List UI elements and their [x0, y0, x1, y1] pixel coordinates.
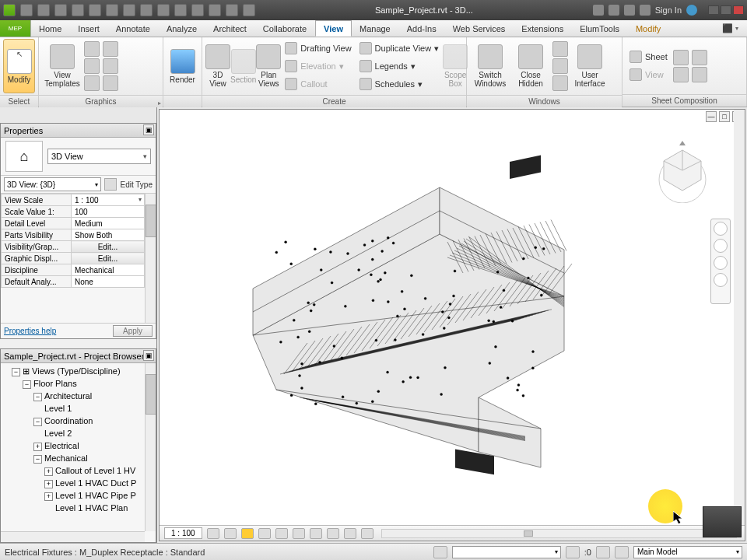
tree-elec[interactable]: +Electrical — [33, 439, 156, 452]
print-icon[interactable] — [106, 4, 118, 16]
user-interface-button[interactable]: User Interface — [570, 39, 610, 93]
3dview-button[interactable]: 3D View — [205, 39, 230, 93]
close-hidden-icon[interactable] — [226, 4, 238, 16]
tree-mech-item[interactable]: Level 1 HVAC Plan — [44, 502, 156, 514]
thin-lines-icon[interactable] — [84, 75, 100, 91]
tab-architect[interactable]: Architect — [205, 20, 255, 37]
prop-value[interactable]: Edit... — [72, 241, 145, 253]
tab-webservices[interactable]: Web Services — [445, 20, 514, 37]
section-button[interactable]: Section — [230, 39, 256, 93]
active-workset-dropdown-2[interactable]: Main Model — [633, 546, 742, 558]
measure-icon[interactable] — [123, 4, 135, 16]
building-model[interactable] — [206, 141, 611, 483]
pan-icon[interactable] — [714, 239, 728, 253]
switch-windows-button[interactable]: Switch Windows — [470, 39, 510, 93]
render-button[interactable]: Render — [167, 39, 198, 93]
dimension-icon[interactable] — [140, 4, 153, 16]
remove-hidden-icon[interactable] — [103, 58, 118, 74]
properties-help-link[interactable]: Properties help — [4, 327, 56, 335]
properties-scrollbar[interactable] — [145, 194, 156, 323]
help-icon[interactable] — [686, 5, 697, 16]
title-block-icon[interactable] — [673, 50, 689, 65]
steering-wheel-icon[interactable] — [714, 222, 728, 236]
view-templates-button[interactable]: View Templates — [42, 39, 82, 93]
view-on-sheet-button[interactable]: View — [626, 66, 671, 83]
revisions-icon[interactable] — [673, 67, 689, 82]
matchline-icon[interactable] — [692, 67, 707, 82]
search-icon[interactable] — [593, 5, 604, 16]
view-scale-button[interactable]: 1 : 100 — [164, 527, 202, 539]
tree-mech-item[interactable]: +Level 1 HVAC Pipe P — [44, 489, 156, 502]
properties-filter-dropdown[interactable]: 3D View: {3D} — [4, 177, 101, 191]
replicate-icon[interactable] — [552, 41, 568, 57]
section-icon[interactable] — [191, 4, 204, 16]
default3d-icon[interactable] — [174, 4, 187, 16]
tab-extensions[interactable]: Extensions — [514, 20, 572, 37]
rendering-icon[interactable] — [275, 528, 288, 539]
app-button[interactable]: MEP — [0, 20, 31, 37]
tree-arch-level1[interactable]: Level 1 — [44, 402, 156, 415]
filter-selection-icon[interactable] — [596, 546, 610, 558]
close-hidden-button[interactable]: Close Hidden — [510, 39, 551, 93]
user-icon[interactable] — [640, 5, 651, 16]
modify-button[interactable]: ↖Modify — [3, 39, 35, 93]
vp-minimize-icon[interactable]: — — [706, 111, 717, 122]
visual-style-icon[interactable] — [224, 528, 237, 539]
lock3d-icon[interactable] — [327, 528, 339, 539]
prop-value[interactable]: Edit... — [72, 253, 145, 264]
browser-hscroll[interactable] — [1, 531, 145, 542]
prop-value[interactable]: Show Both — [72, 229, 145, 241]
tree-mech-item[interactable]: +Level 1 HVAC Duct P — [44, 477, 156, 489]
viewport-vscroll[interactable] — [734, 110, 745, 541]
browser-close-icon[interactable]: ▣ — [143, 350, 154, 361]
editable-only-icon[interactable] — [566, 546, 580, 558]
prop-value[interactable]: Mechanical — [72, 264, 145, 276]
legends-button[interactable]: Legends ▾ — [356, 58, 443, 75]
switch-win-icon[interactable] — [243, 4, 255, 16]
tab-elumtools[interactable]: ElumTools — [572, 20, 628, 37]
tab-analyze[interactable]: Analyze — [159, 20, 205, 37]
text-icon[interactable] — [157, 4, 170, 16]
detail-level-icon[interactable] — [207, 528, 219, 539]
guide-grid-icon[interactable] — [692, 50, 707, 65]
prop-value[interactable]: Medium — [72, 218, 145, 229]
cut-profile-icon[interactable] — [103, 75, 118, 91]
tab-addins[interactable]: Add-Ins — [399, 20, 445, 37]
apply-button[interactable]: Apply — [113, 325, 153, 337]
tab-annotate[interactable]: Annotate — [108, 20, 159, 37]
app-menu-icon[interactable] — [3, 4, 16, 16]
tree-views-root[interactable]: −⊞ Views (Type/Discipline) −Floor Plans … — [12, 365, 156, 514]
type-selector-dropdown[interactable]: 3D View — [47, 149, 151, 164]
undo-icon[interactable] — [72, 4, 84, 16]
open-icon[interactable] — [20, 4, 33, 16]
edit-type-icon[interactable] — [104, 178, 117, 191]
tab-manage[interactable]: Manage — [352, 20, 399, 37]
signin-link[interactable]: Sign In — [655, 5, 682, 15]
tree-coord[interactable]: −Coordination Level 2 — [33, 415, 156, 439]
browser-vscroll[interactable] — [145, 363, 156, 531]
design-options-icon[interactable] — [615, 546, 629, 558]
worksets-icon[interactable] — [433, 546, 447, 558]
prop-value[interactable]: 100 — [72, 206, 145, 218]
tab-view[interactable]: View — [315, 20, 352, 37]
drafting-view-button[interactable]: Drafting View — [282, 40, 354, 57]
visibility-icon[interactable] — [84, 41, 100, 57]
navigation-bar[interactable] — [710, 219, 731, 304]
3d-viewport[interactable]: — □ ✕ — [159, 109, 745, 541]
properties-title[interactable]: Properties▣ — [1, 124, 156, 138]
filters-icon[interactable] — [84, 58, 100, 74]
reveal-icon[interactable] — [361, 528, 374, 539]
orbit-icon[interactable] — [714, 273, 728, 287]
sun-path-icon[interactable] — [241, 528, 254, 539]
properties-grid[interactable]: View Scale1 : 100Scale Value 1:100Detail… — [1, 194, 156, 323]
mini-navigator[interactable] — [703, 506, 742, 537]
tab-insert[interactable]: Insert — [70, 20, 108, 37]
sync-icon[interactable] — [54, 4, 67, 16]
cascade-icon[interactable] — [552, 58, 568, 74]
vp-maximize-icon[interactable]: □ — [719, 111, 730, 122]
active-workset-dropdown-1[interactable] — [452, 546, 561, 558]
shadows-icon[interactable] — [258, 528, 271, 539]
callout-button[interactable]: Callout — [282, 75, 354, 93]
tab-home[interactable]: Home — [31, 20, 70, 37]
close-button[interactable] — [733, 5, 744, 15]
